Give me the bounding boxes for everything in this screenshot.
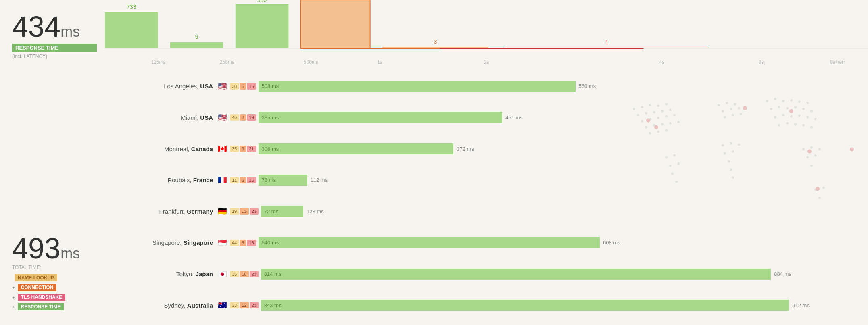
- mini-badges: 40619: [230, 114, 256, 121]
- mini-badge: 35: [230, 146, 239, 152]
- svg-text:3: 3: [434, 38, 437, 45]
- mini-badge: 19: [247, 114, 256, 121]
- svg-rect-5: [170, 42, 223, 48]
- svg-point-16: [641, 106, 643, 108]
- svg-point-88: [814, 154, 817, 157]
- svg-point-35: [649, 132, 651, 135]
- plus-connection: +: [12, 285, 15, 291]
- svg-point-24: [669, 109, 672, 111]
- flag-icon: 🇺🇸: [218, 82, 227, 91]
- badge-tls: TLS HANDSHAKE: [18, 294, 66, 301]
- bar-total-label: 128 ms: [307, 208, 324, 215]
- tick-1s: 1s: [377, 59, 382, 65]
- svg-point-64: [790, 99, 793, 102]
- svg-rect-3: [105, 12, 158, 48]
- mini-badge: 12: [240, 302, 248, 308]
- tick-500ms: 500ms: [304, 59, 318, 65]
- svg-point-37: [665, 129, 668, 132]
- tick-2s: 2s: [484, 59, 489, 65]
- bar-total-label: 608 ms: [603, 240, 620, 246]
- svg-point-68: [778, 106, 780, 108]
- svg-point-46: [734, 103, 736, 106]
- svg-rect-11: [382, 47, 488, 48]
- svg-point-98: [743, 106, 747, 110]
- mini-badge: 6: [240, 177, 246, 183]
- rows-area: Los Angeles, USA🇺🇸30516508 ms560 msMiami…: [105, 71, 868, 325]
- bar-inner-label: 814 ms: [264, 271, 282, 277]
- tick-4s: 4s: [659, 59, 665, 65]
- plus-tls: +: [12, 294, 15, 300]
- badge-response-time: RESPONSE TIME: [18, 303, 64, 310]
- bar-inner-label: 385 ms: [262, 115, 279, 121]
- bar-total-label: 560 ms: [579, 83, 596, 89]
- legend-tls: + TLS HANDSHAKE: [12, 294, 97, 301]
- svg-point-41: [677, 162, 680, 165]
- mini-badges: 11615: [230, 177, 256, 183]
- mini-badge: 11: [230, 177, 239, 183]
- mini-badge: 30: [230, 83, 239, 90]
- legend-connection: + CONNECTION: [12, 284, 97, 291]
- svg-point-94: [654, 125, 658, 129]
- svg-rect-13: [505, 48, 709, 48]
- world-map: [586, 71, 868, 325]
- svg-text:733: 733: [127, 4, 136, 10]
- bottom-ms-unit: ms: [61, 245, 80, 262]
- svg-point-65: [798, 101, 801, 103]
- response-bar: 306 ms: [259, 143, 454, 154]
- svg-point-92: [818, 197, 821, 199]
- flag-icon: 🇸🇬: [218, 238, 227, 247]
- mini-badge: 21: [247, 146, 256, 152]
- svg-point-36: [657, 131, 659, 133]
- svg-point-49: [738, 107, 740, 110]
- bar-container: 78 ms112 ms: [259, 175, 868, 186]
- right-panel: 733 9 939 1157 3 1 125ms: [105, 0, 868, 325]
- bar-inner-label: 78 ms: [262, 177, 276, 183]
- mini-badge: 19: [230, 208, 239, 215]
- response-bar: 78 ms: [259, 175, 307, 186]
- svg-point-48: [730, 108, 732, 110]
- svg-point-71: [802, 108, 805, 110]
- svg-point-44: [718, 104, 720, 106]
- svg-point-38: [665, 156, 668, 159]
- bar-container: 385 ms451 ms: [259, 112, 868, 123]
- svg-point-40: [669, 165, 672, 167]
- plus-response: +: [12, 304, 15, 310]
- flag-icon: 🇩🇪: [218, 207, 227, 216]
- response-bar: 814 ms: [261, 269, 771, 280]
- svg-point-17: [649, 104, 651, 106]
- svg-point-66: [806, 102, 809, 104]
- mini-badges: 30516: [230, 83, 256, 90]
- bar-container: 814 ms884 ms: [261, 269, 868, 280]
- svg-point-62: [774, 98, 776, 100]
- svg-rect-9: [301, 0, 370, 48]
- svg-point-18: [657, 105, 659, 107]
- location-name: Singapore, Singapore: [105, 239, 218, 246]
- badge-name-lookup: NAME LOOKUP: [15, 274, 57, 281]
- bar-container: 843 ms912 ms: [261, 300, 868, 311]
- svg-text:9: 9: [195, 33, 198, 40]
- svg-point-70: [794, 106, 797, 109]
- svg-point-61: [766, 100, 768, 102]
- bar-inner-label: 843 ms: [264, 302, 282, 308]
- response-bar: 72 ms: [261, 206, 303, 217]
- bar-inner-label: 306 ms: [262, 146, 279, 152]
- location-name: Montreal, Canada: [105, 146, 218, 152]
- svg-point-81: [794, 123, 797, 126]
- flag-icon: 🇦🇺: [218, 301, 227, 310]
- svg-point-39: [673, 154, 676, 157]
- mini-badge: 23: [250, 208, 259, 215]
- svg-point-89: [810, 165, 813, 167]
- top-ms-number: 434: [12, 10, 61, 43]
- top-ms-unit: ms: [61, 23, 80, 40]
- svg-point-91: [822, 187, 825, 189]
- response-bar: 385 ms: [259, 112, 503, 123]
- svg-point-67: [770, 108, 772, 110]
- svg-point-79: [778, 124, 780, 127]
- location-name: Roubaix, France: [105, 177, 218, 183]
- location-name: Los Angeles, USA: [105, 83, 218, 90]
- tick-8s: 8s: [759, 59, 764, 65]
- bar-total-label: 451 ms: [505, 115, 523, 121]
- svg-point-19: [665, 103, 668, 106]
- mini-badges: 44616: [230, 240, 256, 246]
- svg-point-63: [782, 100, 785, 102]
